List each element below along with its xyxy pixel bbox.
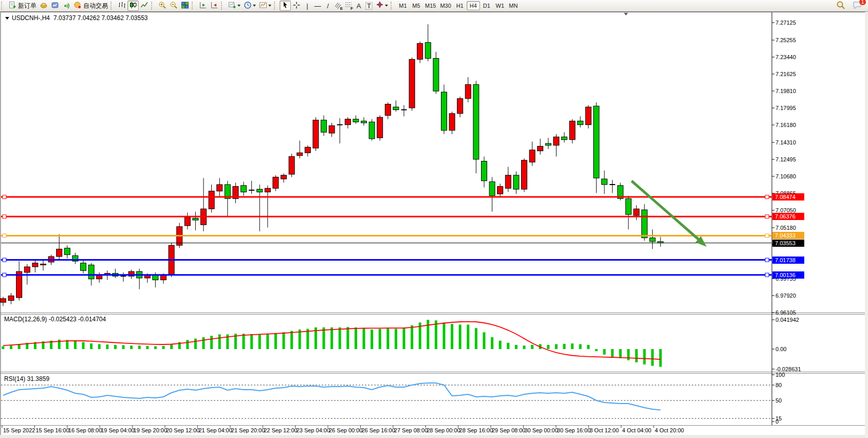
price-tick-label: 7.19810 <box>775 88 796 94</box>
candle-body <box>569 121 575 139</box>
candle-body <box>409 59 415 108</box>
rsi-value: 31.3859 <box>27 375 49 382</box>
candle-body <box>529 150 535 162</box>
macd-histogram-bar <box>138 345 141 349</box>
candle-body <box>449 114 455 131</box>
macd-histogram-bar <box>491 337 493 349</box>
bottom-edge <box>0 435 868 438</box>
date-label: 22 Sep 12:00 <box>264 427 297 433</box>
candle-body <box>241 186 247 192</box>
macd-indicator-label: MACD(12,26,9) -0.025423 -0.014704 <box>4 316 106 323</box>
macd-histogram-bar <box>435 320 437 349</box>
candle-body <box>650 238 655 242</box>
macd-histogram-bar <box>330 327 333 349</box>
date-label: 28 Sep 16:00 <box>459 427 493 433</box>
macd-histogram-bar <box>571 343 574 349</box>
candle-body <box>81 263 86 271</box>
macd-histogram-bar <box>90 343 93 349</box>
candle-body <box>369 122 375 139</box>
candle-body <box>602 179 607 185</box>
macd-histogram-bar <box>619 349 622 358</box>
candle-body <box>345 119 350 125</box>
price-tick-label: 7.17995 <box>775 105 796 111</box>
macd-histogram-bar <box>459 324 461 349</box>
date-label: 23 Sep 04:00 <box>297 427 330 433</box>
candle-body <box>465 84 471 98</box>
candle-body <box>97 275 102 279</box>
candle-body <box>353 119 359 122</box>
candle-body <box>217 185 223 191</box>
candle-body <box>505 175 511 188</box>
line-handle[interactable] <box>3 258 6 262</box>
macd-histogram-bar <box>579 344 582 349</box>
price-chart-canvas[interactable] <box>0 0 868 438</box>
candle-body <box>513 175 519 189</box>
chart-symbol-period: USDCNH-,H4 <box>12 14 50 22</box>
macd-histogram-bar <box>202 337 205 349</box>
macd-histogram-bar <box>627 349 630 360</box>
line-handle[interactable] <box>3 273 6 277</box>
macd-histogram-bar <box>218 334 221 349</box>
macd-histogram-bar <box>323 327 325 349</box>
candle-body <box>497 187 503 194</box>
date-label: 28 Sep 00:00 <box>427 427 460 433</box>
macd-histogram-bar <box>170 344 173 349</box>
price-tick-label: 6.97920 <box>775 293 796 299</box>
line-handle[interactable] <box>765 215 769 218</box>
price-tick-label: 7.12495 <box>775 156 796 162</box>
candle-body <box>522 160 527 189</box>
line-handle[interactable] <box>765 273 769 277</box>
macd-histogram-bar <box>283 332 285 349</box>
macd-histogram-bar <box>154 346 157 349</box>
macd-histogram-bar <box>531 345 533 349</box>
macd-signal-value: -0.014704 <box>78 316 106 323</box>
candle-body <box>64 248 70 255</box>
candle-body <box>1 299 6 302</box>
macd-histogram-bar <box>643 349 646 364</box>
candle-body <box>193 218 198 220</box>
price-level-badge: 7.00136 <box>772 271 804 279</box>
date-label: 16 Sep 08:00 <box>68 427 102 433</box>
macd-histogram-bar <box>74 341 77 349</box>
line-handle[interactable] <box>765 258 769 262</box>
candle-body <box>562 137 567 139</box>
price-level-badge: 7.01738 <box>772 257 804 264</box>
candle-body <box>289 156 294 174</box>
candle-body <box>578 121 583 124</box>
macd-histogram-bar <box>563 344 566 349</box>
line-handle[interactable] <box>3 234 6 238</box>
macd-histogram-bar <box>379 329 381 349</box>
line-handle[interactable] <box>765 234 769 238</box>
line-handle[interactable] <box>3 215 6 218</box>
candle-body <box>184 217 190 226</box>
candle-body <box>425 43 431 59</box>
macd-histogram-bar <box>515 345 518 349</box>
candle-body <box>265 188 270 192</box>
candle-body <box>634 209 639 215</box>
macd-histogram-bar <box>587 345 589 349</box>
date-label: 4 Oct 04:00 <box>622 427 652 433</box>
collapse-triangle-icon[interactable] <box>5 17 9 20</box>
price-tick-label: 7.14310 <box>775 139 796 145</box>
candle-body <box>457 99 463 114</box>
price-tick-label: 7.05180 <box>775 225 796 231</box>
candle-body <box>24 267 30 272</box>
candle-body <box>553 137 559 145</box>
line-handle[interactable] <box>765 195 769 199</box>
macd-histogram-bar <box>258 334 261 349</box>
candle-body <box>273 177 279 188</box>
candle-body <box>209 191 214 209</box>
candle-body <box>417 43 423 59</box>
candle-body <box>433 59 439 92</box>
price-tick-label: 7.10680 <box>775 173 796 179</box>
line-handle[interactable] <box>3 195 6 199</box>
price-tick-label: 7.23440 <box>775 54 796 60</box>
macd-histogram-bar <box>210 336 213 349</box>
macd-histogram-bar <box>386 328 389 349</box>
candle-body <box>482 161 487 181</box>
date-label: 20 Sep 12:00 <box>166 427 199 433</box>
candle-body <box>545 143 551 145</box>
macd-histogram-bar <box>146 346 149 349</box>
price-tick-label: 7.25255 <box>775 37 796 43</box>
date-label: 4 Oct 20:00 <box>655 427 684 433</box>
